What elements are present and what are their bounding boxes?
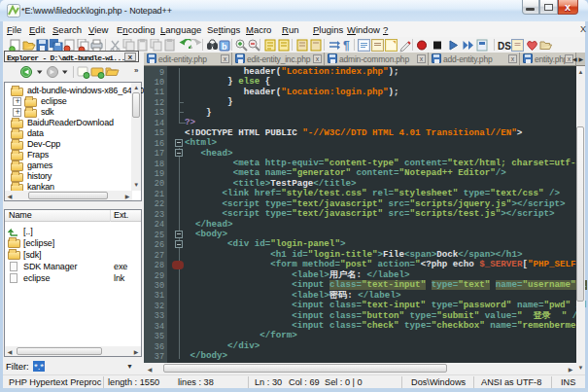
svg-text:b: b xyxy=(222,42,227,52)
svg-text:»: » xyxy=(134,66,139,75)
svg-text:DS: DS xyxy=(498,41,511,52)
svg-text:¶: ¶ xyxy=(343,39,350,53)
